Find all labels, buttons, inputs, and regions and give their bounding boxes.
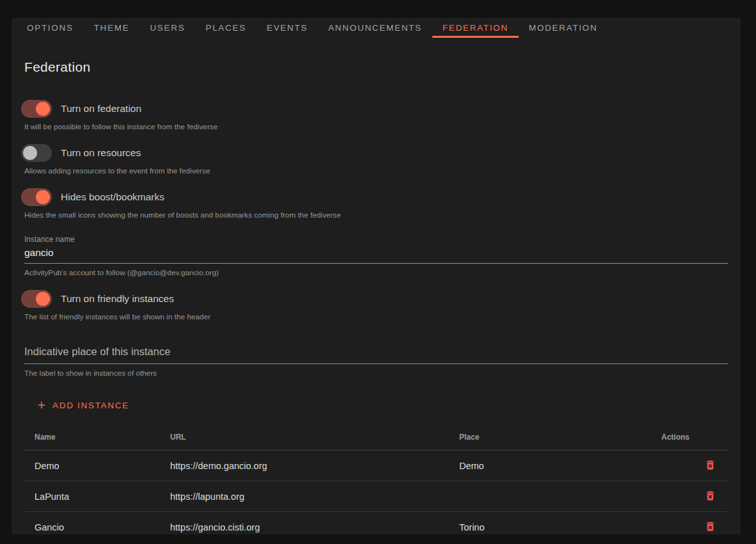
page-title: Federation — [24, 60, 728, 75]
instance-name-field-block: Instance name ActivityPub's account to f… — [24, 235, 728, 277]
resources-toggle-label: Turn on resources — [61, 147, 141, 159]
friendly-instances-toggle[interactable] — [21, 290, 52, 308]
tab-events[interactable]: EVENTS — [256, 18, 318, 38]
federation-toggle-block: Turn on federation It will be possible t… — [24, 100, 728, 131]
tab-places[interactable]: PLACES — [195, 18, 256, 38]
friendly-instances-toggle-block: Turn on friendly instances The list of f… — [24, 290, 728, 321]
tab-announcements[interactable]: ANNOUNCEMENTS — [318, 18, 432, 38]
resources-toggle-block: Turn on resources Allows adding resource… — [24, 144, 728, 175]
instance-place-cell: Torino — [449, 512, 651, 535]
federation-toggle-label: Turn on federation — [61, 103, 141, 115]
instance-name-cell: Gancio — [24, 512, 160, 535]
toggle-knob — [36, 190, 50, 204]
tab-federation[interactable]: FEDERATION — [432, 18, 519, 38]
delete-instance-button[interactable] — [703, 519, 718, 534]
hide-boosts-toggle[interactable] — [21, 188, 52, 206]
column-header-actions: Actions — [651, 424, 728, 451]
table-header-row: Name URL Place Actions — [24, 424, 728, 451]
friendly-instances-toggle-label: Turn on friendly instances — [61, 293, 174, 305]
tab-moderation[interactable]: MODERATION — [519, 18, 608, 38]
column-header-name: Name — [24, 424, 160, 451]
toggle-knob — [36, 102, 50, 116]
toggle-knob — [36, 292, 50, 306]
admin-tab-bar: OPTIONS THEME USERS PLACES EVENTS ANNOUN… — [12, 18, 741, 38]
tab-options[interactable]: OPTIONS — [17, 18, 84, 38]
add-instance-button[interactable]: ADD INSTANCE — [31, 394, 134, 416]
friendly-instances-table: Name URL Place Actions Demo https://demo… — [24, 424, 728, 534]
trash-delete-forever-icon — [704, 520, 716, 532]
instance-url-cell: https://gancio.cisti.org — [160, 512, 449, 535]
instance-name-hint: ActivityPub's account to follow (@gancio… — [24, 268, 728, 277]
table-row: Gancio https://gancio.cisti.org Torino — [24, 512, 728, 535]
delete-instance-button[interactable] — [703, 488, 718, 505]
resources-toggle[interactable] — [21, 144, 52, 162]
friendly-instances-toggle-hint: The list of friendly instances will be s… — [24, 312, 728, 321]
hide-boosts-toggle-hint: Hides the small icons showing the number… — [24, 211, 728, 220]
instance-place-hint: The label to show in instances of others — [24, 369, 728, 378]
hide-boosts-toggle-block: Hides boost/bookmarks Hides the small ic… — [24, 188, 728, 220]
instance-place-cell — [449, 481, 651, 512]
plus-icon — [36, 399, 47, 411]
instance-name-label: Instance name — [24, 235, 728, 244]
instance-name-cell: Demo — [24, 451, 160, 481]
instance-place-input[interactable] — [24, 344, 728, 364]
tab-theme[interactable]: THEME — [84, 18, 140, 38]
trash-delete-forever-icon — [704, 459, 716, 471]
delete-instance-button[interactable] — [703, 458, 718, 474]
instance-place-cell: Demo — [449, 451, 651, 481]
instance-name-input[interactable] — [24, 244, 728, 264]
instance-url-cell: https://demo.gancio.org — [160, 451, 449, 481]
instance-name-cell: LaPunta — [24, 481, 160, 512]
hide-boosts-toggle-label: Hides boost/bookmarks — [61, 191, 164, 203]
column-header-url: URL — [160, 424, 449, 451]
federation-toggle-hint: It will be possible to follow this insta… — [24, 122, 728, 131]
federation-toggle[interactable] — [21, 100, 52, 118]
trash-delete-forever-icon — [704, 490, 716, 502]
resources-toggle-hint: Allows adding resources to the event fro… — [24, 166, 728, 175]
add-instance-button-label: ADD INSTANCE — [52, 401, 129, 410]
toggle-knob — [23, 146, 37, 160]
federation-settings-panel: Federation Turn on federation It will be… — [12, 60, 741, 534]
tab-users[interactable]: USERS — [139, 18, 195, 38]
column-header-place: Place — [449, 424, 651, 451]
instance-place-field-block: The label to show in instances of others — [24, 344, 728, 378]
table-row: LaPunta https://lapunta.org — [24, 481, 728, 512]
instance-url-cell: https://lapunta.org — [160, 481, 449, 512]
table-row: Demo https://demo.gancio.org Demo — [24, 451, 728, 481]
admin-settings-card: OPTIONS THEME USERS PLACES EVENTS ANNOUN… — [12, 18, 741, 534]
